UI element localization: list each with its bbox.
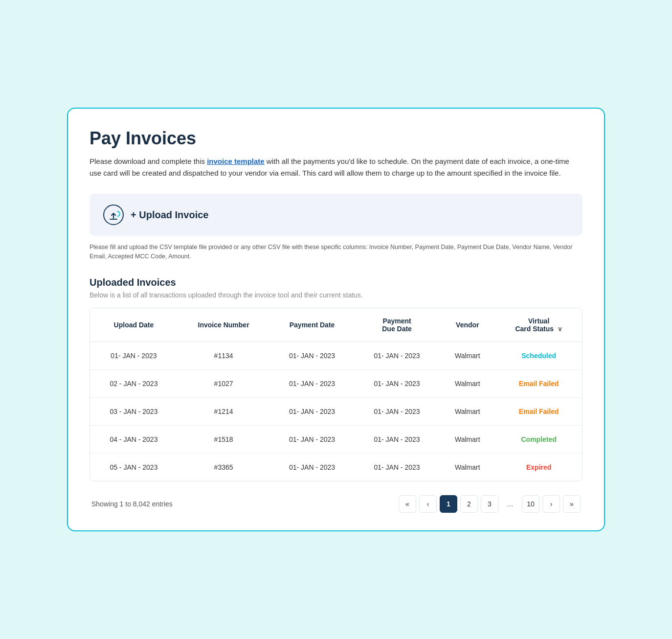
pagination-btn-3[interactable]: 3 xyxy=(481,495,498,513)
col-virtual-card-status[interactable]: VirtualCard Status ∨ xyxy=(495,308,582,342)
pagination-btn-2[interactable]: 2 xyxy=(460,495,478,513)
main-container: Pay Invoices Please download and complet… xyxy=(67,108,605,531)
cell-vendor: Walmart xyxy=(439,369,495,397)
pagination-btn-›[interactable]: › xyxy=(542,495,560,513)
invoices-table: Upload Date Invoice Number Payment Date … xyxy=(90,308,582,481)
cell-vendor: Walmart xyxy=(439,425,495,453)
cell-payment-date: 01- JAN - 2023 xyxy=(269,342,355,369)
cell-vendor: Walmart xyxy=(439,397,495,425)
pagination-ellipsis: … xyxy=(501,495,519,513)
cell-upload-date: 03 - JAN - 2023 xyxy=(90,397,178,425)
pagination-btn-«[interactable]: « xyxy=(399,495,416,513)
page-description: Please download and complete this invoic… xyxy=(90,156,582,179)
cell-upload-date: 05 - JAN - 2023 xyxy=(90,453,178,481)
cell-virtual-card-status: Scheduled xyxy=(495,342,582,369)
col-payment-due-date: PaymentDue Date xyxy=(355,308,440,342)
table-row: 03 - JAN - 2023 #1214 01- JAN - 2023 01-… xyxy=(90,397,582,425)
pagination-btn-‹[interactable]: ‹ xyxy=(419,495,437,513)
cell-payment-date: 01- JAN - 2023 xyxy=(269,369,355,397)
cell-vendor: Walmart xyxy=(439,453,495,481)
cell-payment-due-date: 01- JAN - 2023 xyxy=(355,342,440,369)
cell-virtual-card-status: Email Failed xyxy=(495,397,582,425)
cell-upload-date: 02 - JAN - 2023 xyxy=(90,369,178,397)
col-upload-date: Upload Date xyxy=(90,308,178,342)
table-body: 01- JAN - 2023 #1134 01- JAN - 2023 01- … xyxy=(90,342,582,481)
cell-payment-due-date: 01- JAN - 2023 xyxy=(355,369,440,397)
cell-invoice-number: #1027 xyxy=(178,369,269,397)
cell-payment-date: 01- JAN - 2023 xyxy=(269,397,355,425)
pagination-btn-»[interactable]: » xyxy=(563,495,581,513)
invoice-template-link[interactable]: invoice template xyxy=(207,157,265,165)
uploaded-invoices-title: Uploaded Invoices xyxy=(90,277,582,288)
sort-icon: ∨ xyxy=(558,325,562,333)
upload-invoice-box[interactable]: + Upload Invoice xyxy=(90,194,582,236)
col-invoice-number: Invoice Number xyxy=(178,308,269,342)
cell-invoice-number: #1518 xyxy=(178,425,269,453)
pagination-row: Showing 1 to 8,042 entries «‹123…10›» xyxy=(90,495,582,513)
invoices-table-wrapper: Upload Date Invoice Number Payment Date … xyxy=(90,308,582,481)
pagination-controls: «‹123…10›» xyxy=(399,495,581,513)
cell-vendor: Walmart xyxy=(439,342,495,369)
table-header-row: Upload Date Invoice Number Payment Date … xyxy=(90,308,582,342)
cell-virtual-card-status: Expired xyxy=(495,453,582,481)
cell-payment-due-date: 01- JAN - 2023 xyxy=(355,425,440,453)
cell-virtual-card-status: Email Failed xyxy=(495,369,582,397)
uploaded-invoices-description: Below is a list of all transactions uplo… xyxy=(90,291,582,299)
table-row: 05 - JAN - 2023 #3365 01- JAN - 2023 01-… xyxy=(90,453,582,481)
upload-hint: Please fill and upload the CSV template … xyxy=(90,243,582,261)
col-vendor: Vendor xyxy=(439,308,495,342)
cell-payment-date: 01- JAN - 2023 xyxy=(269,453,355,481)
cell-payment-due-date: 01- JAN - 2023 xyxy=(355,397,440,425)
cell-upload-date: 01- JAN - 2023 xyxy=(90,342,178,369)
cell-upload-date: 04 - JAN - 2023 xyxy=(90,425,178,453)
pagination-btn-10[interactable]: 10 xyxy=(522,495,539,513)
pagination-info: Showing 1 to 8,042 entries xyxy=(91,500,173,508)
cell-invoice-number: #1214 xyxy=(178,397,269,425)
table-row: 02 - JAN - 2023 #1027 01- JAN - 2023 01-… xyxy=(90,369,582,397)
pagination-btn-1[interactable]: 1 xyxy=(440,495,457,513)
page-title: Pay Invoices xyxy=(90,128,582,149)
col-payment-date: Payment Date xyxy=(269,308,355,342)
table-row: 04 - JAN - 2023 #1518 01- JAN - 2023 01-… xyxy=(90,425,582,453)
upload-icon xyxy=(103,205,124,225)
cell-payment-date: 01- JAN - 2023 xyxy=(269,425,355,453)
table-row: 01- JAN - 2023 #1134 01- JAN - 2023 01- … xyxy=(90,342,582,369)
cell-invoice-number: #3365 xyxy=(178,453,269,481)
cell-virtual-card-status: Completed xyxy=(495,425,582,453)
cell-invoice-number: #1134 xyxy=(178,342,269,369)
upload-label: + Upload Invoice xyxy=(131,209,208,221)
cell-payment-due-date: 01- JAN - 2023 xyxy=(355,453,440,481)
